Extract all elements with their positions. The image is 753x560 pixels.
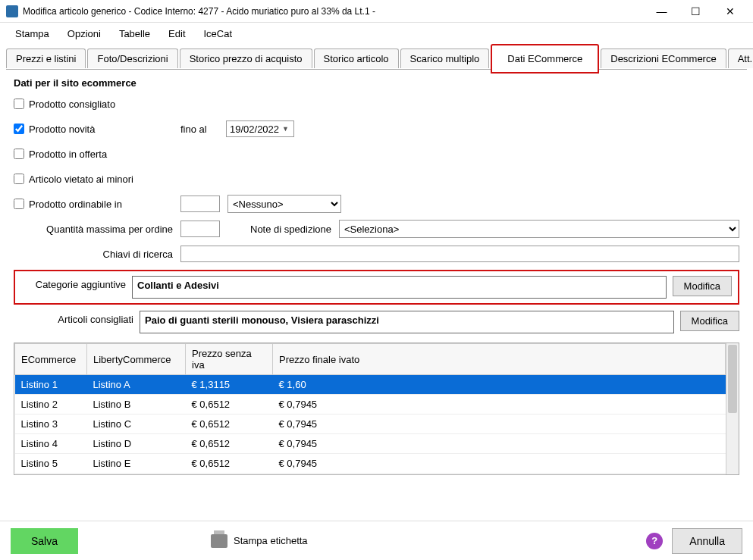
tab-scarico[interactable]: Scarico multiplo	[400, 48, 490, 68]
col-senza-iva[interactable]: Prezzo senza iva	[186, 344, 273, 375]
modifica-categorie-button[interactable]: Modifica	[673, 276, 732, 296]
table-row[interactable]: Listino 2Listino B€ 0,6512€ 0,7945	[15, 395, 726, 415]
table-row[interactable]: Listino 1Listino A€ 1,3115€ 1,60	[15, 375, 726, 395]
tab-foto[interactable]: Foto/Descrizioni	[87, 48, 177, 68]
label-articoli-consigliati: Articoli consigliati	[14, 311, 133, 325]
menu-opzioni[interactable]: Opzioni	[58, 25, 110, 42]
tab-dati-ecommerce[interactable]: Dati ECommerce	[491, 44, 599, 74]
articoli-consigliati-value[interactable]: Paio di guanti sterili monouso, Visiera …	[140, 311, 674, 333]
save-button[interactable]: Salva	[11, 528, 78, 554]
cancel-button[interactable]: Annulla	[672, 528, 742, 554]
help-icon[interactable]: ?	[646, 533, 663, 549]
modifica-articoli-button[interactable]: Modifica	[680, 311, 739, 331]
checkbox-consigliato[interactable]	[14, 99, 24, 109]
label-fino-al: fino al	[180, 124, 226, 135]
close-button[interactable]: ✕	[713, 1, 747, 22]
menu-icecat[interactable]: IceCat	[195, 25, 242, 42]
menubar: Stampa Opzioni Tabelle Edit IceCat	[0, 23, 753, 44]
print-label-button[interactable]: Stampa etichetta	[201, 529, 318, 553]
check-prodotto-novita[interactable]: Prodotto novità	[14, 124, 180, 135]
categorie-aggiuntive-value[interactable]: Collanti e Adesivi	[132, 276, 667, 299]
chiavi-ricerca-input[interactable]	[180, 246, 739, 262]
maximize-button[interactable]: ☐	[679, 1, 713, 22]
label-qta-max: Quantità massima per ordine	[14, 224, 180, 235]
footer: Salva Stampa etichetta ? Annulla	[0, 521, 753, 560]
tabstrip: Prezzi e listini Foto/Descrizioni Storic…	[6, 47, 747, 70]
label-categorie: Categorie aggiuntive	[21, 276, 126, 290]
col-finale-ivato[interactable]: Prezzo finale ivato	[273, 344, 726, 375]
menu-tabelle[interactable]: Tabelle	[110, 25, 159, 42]
printer-icon	[211, 534, 227, 548]
table-row[interactable]: Listino 4Listino D€ 0,6512€ 0,7945	[15, 434, 726, 454]
checkbox-ordinabile[interactable]	[14, 199, 24, 209]
table-row[interactable]: Listino 5Listino E€ 0,6512€ 0,7945	[15, 454, 726, 474]
col-ecommerce[interactable]: ECommerce	[15, 344, 87, 375]
chevron-down-icon[interactable]: ▼	[282, 125, 289, 133]
table-row[interactable]: Listino 3Listino C€ 0,6512€ 0,7945	[15, 415, 726, 434]
note-spedizione-select[interactable]: <Seleziona>	[339, 220, 739, 238]
menu-edit[interactable]: Edit	[159, 25, 194, 42]
check-vietato-minori[interactable]: Articolo vietato ai minori	[14, 174, 180, 185]
titlebar: Modifica articolo generico - Codice Inte…	[0, 0, 753, 23]
tab-prezzi[interactable]: Prezzi e listini	[6, 48, 86, 68]
tab-descrizioni-ecommerce[interactable]: Descrizioni ECommerce	[601, 48, 726, 68]
label-chiavi-ricerca: Chiavi di ricerca	[14, 249, 180, 260]
checkbox-offerta[interactable]	[14, 149, 24, 159]
ordinabile-qty-input[interactable]	[180, 196, 220, 212]
categorie-aggiuntive-box: Categorie aggiuntive Collanti e Adesivi …	[14, 270, 739, 305]
checkbox-novita[interactable]	[14, 124, 24, 134]
date-input-novita[interactable]: 19/02/2022 ▼	[226, 120, 294, 137]
app-icon	[6, 5, 18, 17]
tab-att[interactable]: Att...	[728, 48, 753, 68]
price-grid: ECommerce LibertyCommerce Prezzo senza i…	[14, 343, 739, 475]
qta-max-input[interactable]	[180, 221, 220, 237]
minimize-button[interactable]: —	[645, 1, 679, 22]
check-ordinabile[interactable]: Prodotto ordinabile in	[14, 199, 180, 210]
scrollbar-thumb[interactable]	[728, 345, 737, 413]
tab-storico-articolo[interactable]: Storico articolo	[314, 48, 399, 68]
label-note-spedizione: Note di spedizione	[250, 224, 339, 235]
check-prodotto-consigliato[interactable]: Prodotto consigliato	[14, 99, 180, 110]
grid-scrollbar[interactable]	[726, 343, 739, 474]
tab-storico-prezzo[interactable]: Storico prezzo di acquisto	[180, 48, 312, 68]
menu-stampa[interactable]: Stampa	[6, 25, 58, 42]
col-liberty[interactable]: LibertyCommerce	[87, 344, 186, 375]
section-title: Dati per il sito ecommerce	[14, 77, 739, 89]
checkbox-vietato[interactable]	[14, 174, 24, 184]
window-title: Modifica articolo generico - Codice Inte…	[23, 6, 645, 17]
check-prodotto-offerta[interactable]: Prodotto in offerta	[14, 149, 180, 160]
ordinabile-unit-select[interactable]: <Nessuno>	[227, 195, 341, 213]
